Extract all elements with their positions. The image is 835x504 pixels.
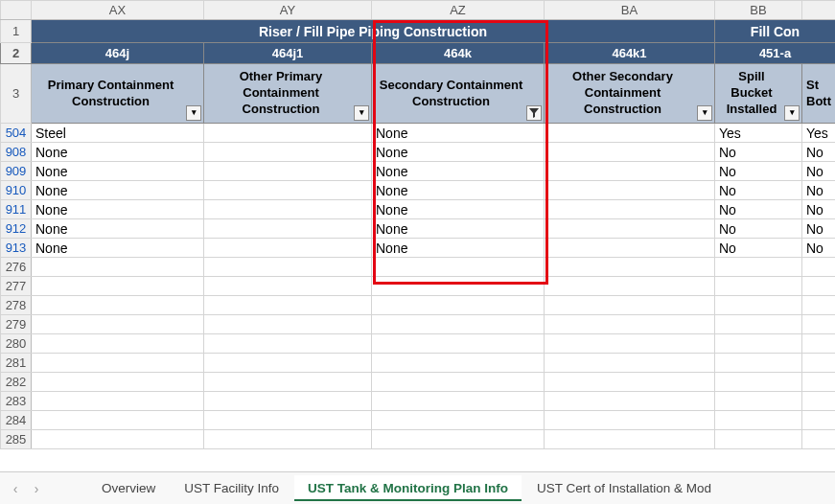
cell-az[interactable]: None xyxy=(372,143,545,162)
row-header[interactable]: 913 xyxy=(1,239,32,258)
sheet-tab[interactable]: UST Cert of Installation & Mod xyxy=(523,475,725,501)
table-row[interactable]: 280 xyxy=(1,334,836,354)
row-header[interactable]: 283 xyxy=(1,392,32,411)
row-header-1[interactable]: 1 xyxy=(1,20,32,43)
row-header[interactable]: 282 xyxy=(1,373,32,392)
cell-ax[interactable]: None xyxy=(32,181,204,200)
cell-ax[interactable]: Steel xyxy=(32,124,204,143)
row-header[interactable]: 278 xyxy=(1,296,32,315)
table-row[interactable]: 284 xyxy=(1,411,836,430)
table-row[interactable]: 281 xyxy=(1,354,836,373)
col-header-az[interactable]: AZ xyxy=(372,1,545,20)
table-row[interactable]: 912NoneNoneNoNo xyxy=(1,219,836,239)
cell-bb[interactable]: No xyxy=(715,200,802,219)
row-header[interactable]: 276 xyxy=(1,258,32,277)
cell-bc[interactable]: No xyxy=(802,219,836,239)
filter-dropdown-icon[interactable]: ▾ xyxy=(784,105,800,121)
col-header-bb[interactable]: BB xyxy=(715,1,802,20)
table-row[interactable]: 277 xyxy=(1,277,836,296)
tab-nav-prev-icon[interactable]: ‹ xyxy=(6,479,25,498)
cell-ba[interactable] xyxy=(545,239,715,258)
row-header[interactable]: 281 xyxy=(1,354,32,373)
sheet-tab[interactable]: Overview xyxy=(88,475,169,501)
cell-ba[interactable] xyxy=(545,143,715,162)
spreadsheet-table[interactable]: AX AY AZ BA BB 1 Riser / Fill Pipe Pipin… xyxy=(0,0,835,449)
cell-ay[interactable] xyxy=(204,219,372,239)
subheader-bb: Spill Bucket Installed▾ xyxy=(715,64,802,124)
row-header[interactable]: 279 xyxy=(1,315,32,334)
row-header[interactable]: 285 xyxy=(1,430,32,449)
row-header[interactable]: 277 xyxy=(1,277,32,296)
table-row[interactable]: 909NoneNoneNoNo xyxy=(1,162,836,181)
cell-az[interactable]: None xyxy=(372,219,545,239)
cell-bb[interactable]: No xyxy=(715,181,802,200)
table-row[interactable]: 504SteelNoneYesYes xyxy=(1,124,836,143)
cell-ba[interactable] xyxy=(545,162,715,181)
table-row[interactable]: 276 xyxy=(1,258,836,277)
table-row[interactable]: 911NoneNoneNoNo xyxy=(1,200,836,219)
row-header[interactable]: 908 xyxy=(1,143,32,162)
table-row[interactable]: 278 xyxy=(1,296,836,315)
cell-ax[interactable]: None xyxy=(32,239,204,258)
cell-az[interactable]: None xyxy=(372,200,545,219)
cell-bc[interactable]: Yes xyxy=(802,124,836,143)
cell-bc[interactable]: No xyxy=(802,239,836,258)
cell-ba[interactable] xyxy=(545,219,715,239)
cell-ba[interactable] xyxy=(545,200,715,219)
cell-ay[interactable] xyxy=(204,181,372,200)
cell-ay[interactable] xyxy=(204,239,372,258)
cell-az[interactable]: None xyxy=(372,239,545,258)
cell-bb[interactable]: Yes xyxy=(715,124,802,143)
row-header[interactable]: 284 xyxy=(1,411,32,430)
table-row[interactable]: 910NoneNoneNoNo xyxy=(1,181,836,200)
cell-bb[interactable]: No xyxy=(715,219,802,239)
col-header-bc[interactable] xyxy=(802,1,836,20)
cell-ay[interactable] xyxy=(204,124,372,143)
table-row[interactable]: 285 xyxy=(1,430,836,449)
filter-active-icon[interactable] xyxy=(526,105,542,121)
table-row[interactable]: 913NoneNoneNoNo xyxy=(1,239,836,258)
cell-bc[interactable]: No xyxy=(802,200,836,219)
row-header[interactable]: 909 xyxy=(1,162,32,181)
cell-ax[interactable]: None xyxy=(32,162,204,181)
table-row[interactable]: 908NoneNoneNoNo xyxy=(1,143,836,162)
filter-dropdown-icon[interactable]: ▾ xyxy=(186,105,201,121)
row-header[interactable]: 910 xyxy=(1,181,32,200)
row-header[interactable]: 504 xyxy=(1,124,32,143)
cell-ay[interactable] xyxy=(204,143,372,162)
cell-bc[interactable]: No xyxy=(802,143,836,162)
cell-ba[interactable] xyxy=(545,181,715,200)
table-row[interactable]: 279 xyxy=(1,315,836,334)
cell-az[interactable]: None xyxy=(372,181,545,200)
row-header-3[interactable]: 3 xyxy=(1,64,32,124)
cell-bc[interactable]: No xyxy=(802,181,836,200)
filter-dropdown-icon[interactable]: ▾ xyxy=(697,105,712,121)
cell-ay[interactable] xyxy=(204,200,372,219)
cell-bb[interactable]: No xyxy=(715,162,802,181)
row-header[interactable]: 280 xyxy=(1,334,32,354)
sheet-tab[interactable]: UST Tank & Monitoring Plan Info xyxy=(294,475,522,501)
code-ba: 464k1 xyxy=(545,43,715,64)
cell-bb[interactable]: No xyxy=(715,143,802,162)
col-header-ax[interactable]: AX xyxy=(32,1,204,20)
row-header-2[interactable]: 2 xyxy=(1,43,32,64)
cell-az[interactable]: None xyxy=(372,124,545,143)
row-header[interactable]: 911 xyxy=(1,200,32,219)
cell-ay[interactable] xyxy=(204,162,372,181)
cell-ax[interactable]: None xyxy=(32,200,204,219)
corner-cell[interactable] xyxy=(1,1,32,20)
cell-ba[interactable] xyxy=(545,124,715,143)
cell-ax[interactable]: None xyxy=(32,219,204,239)
table-row[interactable]: 282 xyxy=(1,373,836,392)
cell-bc[interactable]: No xyxy=(802,162,836,181)
row-header[interactable]: 912 xyxy=(1,219,32,239)
tab-nav-next-icon[interactable]: › xyxy=(27,479,46,498)
filter-dropdown-icon[interactable]: ▾ xyxy=(354,105,369,121)
cell-bb[interactable]: No xyxy=(715,239,802,258)
cell-ax[interactable]: None xyxy=(32,143,204,162)
col-header-ba[interactable]: BA xyxy=(545,1,715,20)
cell-az[interactable]: None xyxy=(372,162,545,181)
sheet-tab[interactable]: UST Facility Info xyxy=(171,475,292,501)
col-header-ay[interactable]: AY xyxy=(204,1,372,20)
table-row[interactable]: 283 xyxy=(1,392,836,411)
